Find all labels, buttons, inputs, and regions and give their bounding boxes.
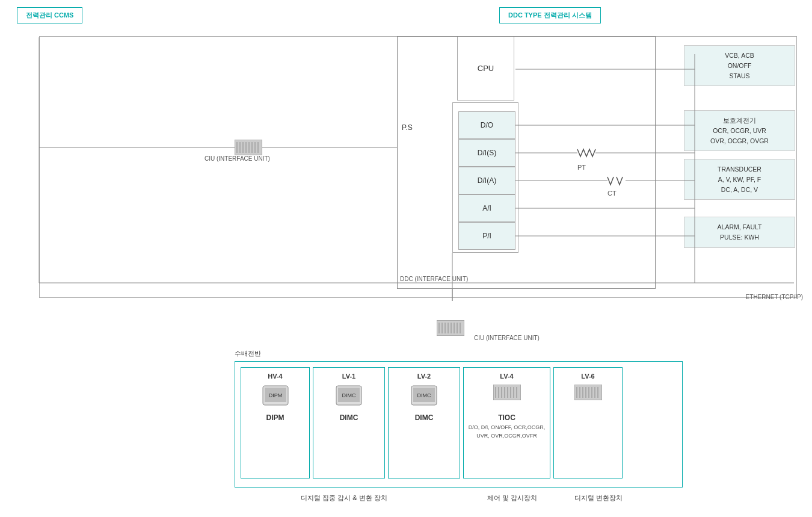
- io-dia-label: D/I(A): [478, 176, 496, 185]
- info-box1-line1: VCB, ACB: [687, 51, 792, 61]
- io-ai-label: A/I: [482, 204, 491, 212]
- card-lv1: LV-1 DIMC DIMC: [313, 367, 385, 478]
- bottom-label-control: 제어 및 감시장치: [487, 494, 537, 503]
- io-dis: D/I(S): [458, 139, 515, 167]
- info-box2-line1: 보호계전기: [687, 116, 792, 126]
- io-pi: P/I: [458, 222, 515, 250]
- card-hv4-icon: DIPM: [260, 385, 291, 409]
- info-box4-line1: ALARM, FAULT: [687, 222, 792, 232]
- top-label-left: 전력관리 CCMS: [17, 7, 82, 23]
- io-pi-label: P/I: [482, 232, 491, 240]
- io-ai: A/I: [458, 194, 515, 222]
- ct-label: CT: [607, 190, 617, 197]
- svg-text:DIPM: DIPM: [268, 392, 282, 398]
- info-box3-line2: A, V, KW, PF, F: [687, 175, 792, 185]
- info-box-relay: 보호계전기 OCR, OCGR, UVR OVR, OCGR, OVGR: [684, 110, 795, 151]
- ddc-interface-label: DDC (INTERFACE UNIT): [400, 276, 468, 282]
- card-lv4-icon: [492, 385, 522, 409]
- info-box3-line3: DC, A, DC, V: [687, 185, 792, 195]
- card-lv4: LV-4 TIOC D/O, D/I, ON/OFF, OCR,OCGR, UV…: [463, 367, 550, 478]
- ciu-bottom-label: CIU (INTERFACE UNIT): [474, 335, 540, 341]
- diagram-container: { "top_labels": { "left": "전력관리 CCMS", "…: [0, 0, 812, 517]
- card-lv1-icon: DIMC: [334, 385, 364, 409]
- ciu-label-top: CIU (INTERFACE UNIT): [205, 155, 270, 162]
- card-lv4-device: TIOC: [464, 413, 550, 422]
- card-lv4-title: LV-4: [464, 368, 550, 380]
- svg-text:DIMC: DIMC: [417, 392, 431, 398]
- card-hv4-title: HV-4: [241, 368, 309, 380]
- card-lv6: LV-6: [553, 367, 623, 478]
- info-box2-line3: OVR, OCGR, OVGR: [687, 136, 792, 146]
- io-dia: D/I(A): [458, 167, 515, 194]
- card-hv4: HV-4 DIPM DIPM: [241, 367, 310, 478]
- pt-label: PT: [577, 164, 586, 171]
- ciu-bottom-icon: [437, 320, 464, 337]
- card-hv4-device: DIPM: [241, 413, 309, 422]
- card-lv2-icon: DIMC: [409, 385, 439, 409]
- info-box4-line2: PULSE: KWH: [687, 232, 792, 243]
- card-lv1-title: LV-1: [313, 368, 384, 380]
- card-lv2: LV-2 DIMC DIMC: [388, 367, 460, 478]
- card-lv1-device: DIMC: [313, 413, 384, 422]
- ciu-top-icon: [235, 140, 262, 156]
- card-lv6-icon: [573, 385, 603, 409]
- card-lv2-title: LV-2: [389, 368, 460, 380]
- io-do-label: D/O: [481, 121, 493, 129]
- info-box2-line2: OCR, OCGR, UVR: [687, 126, 792, 136]
- substation-label: 수배전반: [235, 349, 261, 358]
- info-box1-line2: ON/OFF: [687, 61, 792, 71]
- info-box-alarm: ALARM, FAULT PULSE: KWH: [684, 217, 795, 248]
- io-do: D/O: [458, 111, 515, 139]
- card-lv4-sub: D/O, D/I, ON/OFF, OCR,OCGR, UVR, OVR,OCG…: [464, 422, 550, 442]
- info-box1-line3: STAUS: [687, 71, 792, 81]
- io-dis-label: D/I(S): [478, 149, 496, 157]
- bottom-label-digital: 디지털 집중 감시 & 변환 장치: [301, 494, 387, 503]
- info-box3-line1: TRANSDUCER: [687, 164, 792, 175]
- info-box-transducer: TRANSDUCER A, V, KW, PF, F DC, A, DC, V: [684, 159, 795, 200]
- card-lv2-device: DIMC: [389, 413, 460, 422]
- info-box-vcb: VCB, ACB ON/OFF STAUS: [684, 45, 795, 86]
- top-label-right: DDC TYPE 전력관리 시스템: [499, 7, 601, 23]
- svg-text:DIMC: DIMC: [342, 392, 356, 398]
- card-lv6-title: LV-6: [554, 368, 622, 380]
- ethernet-label: ETHERNET (TCP/IP): [746, 294, 803, 300]
- ddc-outer-box: [397, 36, 656, 289]
- bottom-label-converter: 디지털 변환장치: [574, 494, 623, 503]
